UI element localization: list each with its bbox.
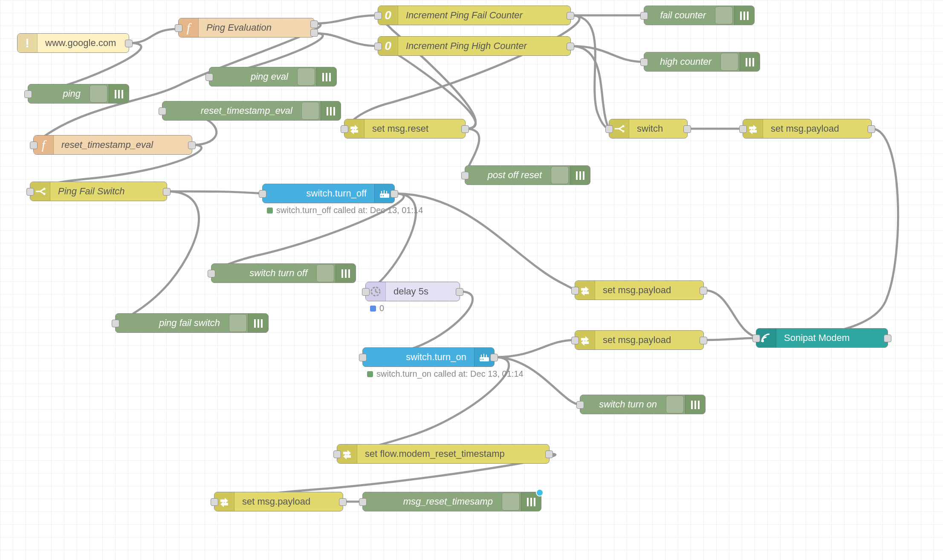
node-set-payload-2[interactable]: set msg.payload: [575, 280, 704, 300]
node-increment-high-counter[interactable]: 0 Increment Ping High Counter: [378, 36, 571, 56]
debug-icon: [336, 264, 356, 283]
node-label: ping eval: [209, 71, 296, 82]
port-out[interactable]: [700, 287, 707, 294]
port-in[interactable]: [739, 125, 747, 133]
port-out[interactable]: [391, 190, 398, 198]
port-in[interactable]: [640, 12, 648, 20]
node-switch-generic[interactable]: switch: [609, 119, 688, 139]
port-out[interactable]: [868, 125, 875, 133]
node-ping-trigger[interactable]: ! www.google.com: [17, 33, 129, 53]
node-label: post off reset: [465, 170, 550, 181]
debug-toggle-button[interactable]: [316, 264, 334, 282]
node-post-off-reset-debug[interactable]: post off reset: [465, 165, 590, 185]
port-in[interactable]: [571, 287, 579, 294]
debug-toggle-button[interactable]: [666, 395, 684, 413]
port-out[interactable]: [456, 288, 463, 296]
node-ping-debug[interactable]: ping: [28, 84, 129, 104]
port-out[interactable]: [163, 188, 171, 196]
node-label: delay 5s: [386, 286, 460, 297]
port-out[interactable]: [461, 125, 469, 133]
node-label: ping: [28, 88, 88, 99]
debug-toggle-button[interactable]: [301, 102, 319, 120]
port-in[interactable]: [374, 12, 382, 20]
port-in[interactable]: [112, 320, 119, 327]
node-status: 0: [370, 303, 384, 313]
debug-toggle-button[interactable]: [502, 493, 520, 511]
port-out[interactable]: [490, 354, 498, 361]
port-out[interactable]: [125, 40, 133, 47]
port-out[interactable]: [683, 125, 691, 133]
port-in[interactable]: [333, 450, 341, 458]
node-msg-reset-ts-debug[interactable]: msg_reset_timesamp: [362, 492, 541, 511]
node-set-msg-reset[interactable]: set msg.reset: [344, 119, 466, 139]
exclamation-icon: !: [17, 34, 38, 52]
debug-icon: [316, 67, 336, 86]
port-in[interactable]: [211, 498, 218, 506]
port-in[interactable]: [205, 73, 213, 81]
debug-toggle-button[interactable]: [229, 314, 247, 332]
node-label: switch turn off: [211, 268, 315, 279]
port-in[interactable]: [208, 270, 215, 277]
debug-icon: [740, 52, 760, 71]
port-in[interactable]: [24, 90, 32, 98]
node-ping-eval-debug[interactable]: ping eval: [209, 67, 337, 87]
port-in[interactable]: [571, 337, 579, 344]
port-in[interactable]: [159, 107, 166, 115]
port-in[interactable]: [30, 141, 38, 149]
node-sonipat-modem[interactable]: Sonipat Modem: [756, 328, 888, 348]
port-out[interactable]: [188, 141, 196, 149]
node-label: Ping Fail Switch: [50, 186, 167, 197]
port-out[interactable]: [567, 43, 574, 50]
port-in[interactable]: [461, 172, 469, 179]
node-reset-ts-fn[interactable]: f reset_timestamp_eval: [33, 135, 192, 155]
debug-toggle-button[interactable]: [90, 85, 107, 103]
port-in[interactable]: [374, 43, 382, 50]
port-out[interactable]: [339, 498, 347, 506]
port-in[interactable]: [359, 498, 367, 506]
port-in[interactable]: [341, 125, 348, 133]
node-label: reset_timestamp_eval: [162, 105, 300, 116]
debug-toggle-button[interactable]: [715, 6, 733, 24]
port-in[interactable]: [359, 354, 367, 361]
port-in[interactable]: [26, 188, 34, 196]
node-switch-off-debug[interactable]: switch turn off: [211, 263, 356, 283]
debug-toggle-button[interactable]: [297, 68, 315, 86]
debug-toggle-button[interactable]: [720, 53, 738, 71]
node-ping-evaluation-fn[interactable]: f Ping Evaluation: [178, 18, 315, 38]
port-in[interactable]: [175, 24, 182, 32]
node-switch-turn-off[interactable]: switch.turn_off switch.turn_off called a…: [262, 184, 395, 203]
port-out-1[interactable]: [310, 20, 318, 28]
node-label: msg_reset_timesamp: [363, 496, 500, 507]
node-delay-5s[interactable]: delay 5s 0: [365, 282, 460, 301]
node-set-payload-4[interactable]: set msg.payload: [214, 492, 343, 511]
port-out-2[interactable]: [310, 29, 318, 37]
node-fail-counter-debug[interactable]: fail counter: [644, 6, 755, 25]
node-switch-on-debug[interactable]: switch turn on: [580, 395, 706, 414]
port-in[interactable]: [752, 335, 760, 342]
node-ping-fail-debug[interactable]: ping fail switch: [115, 313, 269, 333]
node-set-flow-reset-ts[interactable]: set flow.modem_reset_timestamp: [337, 444, 550, 464]
node-ping-fail-switch[interactable]: Ping Fail Switch: [30, 182, 167, 201]
port-out[interactable]: [567, 12, 574, 20]
node-label: set msg.reset: [364, 123, 465, 134]
port-out[interactable]: [884, 335, 891, 342]
port-in[interactable]: [605, 125, 613, 133]
node-set-payload-3[interactable]: set msg.payload: [575, 330, 704, 350]
port-in[interactable]: [259, 190, 266, 198]
port-in[interactable]: [362, 288, 370, 296]
flow-canvas[interactable]: ! www.google.com f Ping Evaluation 0 Inc…: [0, 0, 943, 560]
node-label: Increment Ping High Counter: [398, 40, 570, 52]
node-label: Increment Ping Fail Counter: [398, 10, 570, 21]
node-reset-ts-debug[interactable]: reset_timestamp_eval: [162, 101, 341, 121]
node-set-payload-1[interactable]: set msg.payload: [743, 119, 872, 139]
port-in[interactable]: [576, 401, 584, 409]
node-label: set msg.payload: [234, 496, 343, 507]
node-switch-turn-on[interactable]: switch.turn_on switch.turn_on called at:…: [362, 347, 495, 367]
node-increment-fail-counter[interactable]: 0 Increment Ping Fail Counter: [378, 6, 571, 25]
node-high-counter-debug[interactable]: high counter: [644, 52, 760, 72]
port-out[interactable]: [700, 337, 707, 344]
debug-toggle-button[interactable]: [551, 166, 569, 184]
port-out[interactable]: [545, 450, 553, 458]
node-label: set msg.payload: [595, 285, 703, 296]
port-in[interactable]: [640, 58, 648, 66]
